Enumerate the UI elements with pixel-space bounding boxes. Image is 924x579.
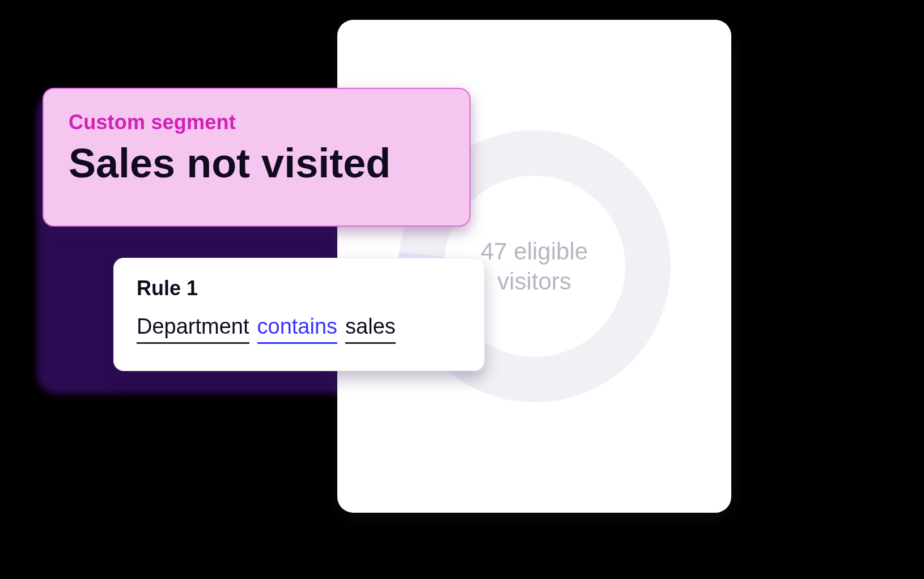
rule-value-input[interactable]: sales — [345, 314, 396, 344]
segment-card[interactable]: Custom segment Sales not visited — [43, 88, 471, 227]
rule-field-selector[interactable]: Department — [137, 314, 249, 344]
rule-title: Rule 1 — [137, 276, 461, 300]
segment-eyebrow: Custom segment — [69, 110, 444, 134]
segment-title: Sales not visited — [69, 142, 444, 185]
rule-expression: Department contains sales — [137, 314, 461, 344]
eligible-visitors-word: visitors — [497, 267, 571, 294]
rule-operator-selector[interactable]: contains — [257, 314, 338, 344]
eligible-visitors-count-line: 47 eligible — [481, 238, 588, 265]
rule-card: Rule 1 Department contains sales — [113, 258, 485, 371]
